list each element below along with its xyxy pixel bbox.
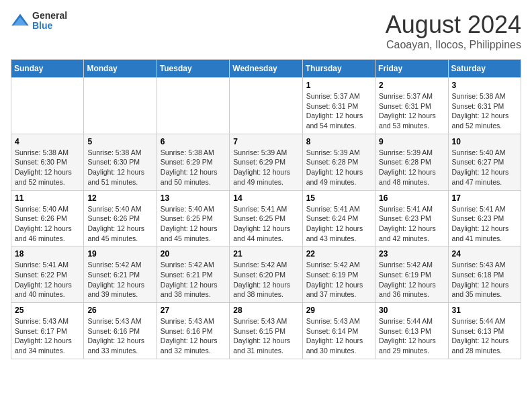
calendar-cell: 30Sunrise: 5:44 AMSunset: 6:13 PMDayligh… <box>375 303 448 359</box>
day-number: 23 <box>379 249 444 259</box>
calendar-subtitle: Caoayan, Ilocos, Philippines <box>386 39 521 51</box>
calendar-cell: 25Sunrise: 5:43 AMSunset: 6:17 PMDayligh… <box>11 303 84 359</box>
day-number: 18 <box>15 249 80 259</box>
day-number: 3 <box>452 81 517 90</box>
day-number: 31 <box>452 306 517 315</box>
day-info: Sunrise: 5:43 AMSunset: 6:16 PMDaylight:… <box>161 316 226 356</box>
day-info: Sunrise: 5:43 AMSunset: 6:18 PMDaylight:… <box>452 260 517 300</box>
calendar-cell: 16Sunrise: 5:41 AMSunset: 6:23 PMDayligh… <box>375 190 448 246</box>
day-number: 2 <box>379 81 444 90</box>
logo: General Blue <box>11 11 67 32</box>
day-info: Sunrise: 5:43 AMSunset: 6:15 PMDaylight:… <box>233 316 298 356</box>
calendar-cell: 10Sunrise: 5:40 AMSunset: 6:27 PMDayligh… <box>448 134 521 190</box>
logo-general: General <box>32 11 67 21</box>
calendar-cell: 15Sunrise: 5:41 AMSunset: 6:24 PMDayligh… <box>302 190 375 246</box>
day-number: 1 <box>306 81 371 90</box>
calendar-table: SundayMondayTuesdayWednesdayThursdayFrid… <box>11 59 521 359</box>
day-info: Sunrise: 5:38 AMSunset: 6:29 PMDaylight:… <box>161 148 226 187</box>
day-info: Sunrise: 5:40 AMSunset: 6:26 PMDaylight:… <box>87 204 152 244</box>
day-info: Sunrise: 5:39 AMSunset: 6:28 PMDaylight:… <box>306 148 371 187</box>
day-info: Sunrise: 5:42 AMSunset: 6:21 PMDaylight:… <box>87 260 152 300</box>
day-number: 10 <box>452 137 517 146</box>
calendar-cell: 22Sunrise: 5:42 AMSunset: 6:19 PMDayligh… <box>302 246 375 303</box>
day-info: Sunrise: 5:41 AMSunset: 6:22 PMDaylight:… <box>15 260 80 300</box>
day-info: Sunrise: 5:42 AMSunset: 6:19 PMDaylight:… <box>379 260 444 300</box>
day-info: Sunrise: 5:42 AMSunset: 6:19 PMDaylight:… <box>306 260 371 300</box>
day-number: 16 <box>379 193 444 203</box>
calendar-cell: 19Sunrise: 5:42 AMSunset: 6:21 PMDayligh… <box>84 246 157 303</box>
calendar-cell: 11Sunrise: 5:40 AMSunset: 6:26 PMDayligh… <box>11 190 84 246</box>
day-info: Sunrise: 5:38 AMSunset: 6:31 PMDaylight:… <box>452 91 517 131</box>
calendar-week-row: 4Sunrise: 5:38 AMSunset: 6:30 PMDaylight… <box>11 134 521 190</box>
calendar-week-row: 1Sunrise: 5:37 AMSunset: 6:31 PMDaylight… <box>11 78 521 134</box>
calendar-cell: 5Sunrise: 5:38 AMSunset: 6:30 PMDaylight… <box>84 134 157 190</box>
day-number: 4 <box>15 137 80 146</box>
page-header: General Blue August 2024 Caoayan, Ilocos… <box>11 11 521 51</box>
day-info: Sunrise: 5:39 AMSunset: 6:28 PMDaylight:… <box>379 148 444 187</box>
day-number: 15 <box>306 193 371 203</box>
calendar-cell: 21Sunrise: 5:42 AMSunset: 6:20 PMDayligh… <box>230 246 302 303</box>
day-info: Sunrise: 5:43 AMSunset: 6:14 PMDaylight:… <box>306 316 371 356</box>
day-number: 8 <box>306 137 371 146</box>
day-info: Sunrise: 5:44 AMSunset: 6:13 PMDaylight:… <box>452 316 517 356</box>
day-info: Sunrise: 5:41 AMSunset: 6:23 PMDaylight:… <box>452 204 517 244</box>
day-number: 30 <box>379 306 444 315</box>
calendar-cell: 20Sunrise: 5:42 AMSunset: 6:21 PMDayligh… <box>157 246 229 303</box>
day-info: Sunrise: 5:42 AMSunset: 6:21 PMDaylight:… <box>161 260 226 300</box>
day-info: Sunrise: 5:43 AMSunset: 6:16 PMDaylight:… <box>87 316 152 356</box>
calendar-cell: 4Sunrise: 5:38 AMSunset: 6:30 PMDaylight… <box>11 134 84 190</box>
calendar-cell: 12Sunrise: 5:40 AMSunset: 6:26 PMDayligh… <box>84 190 157 246</box>
day-number: 22 <box>306 249 371 259</box>
day-number: 28 <box>233 306 298 315</box>
weekday-header-tuesday: Tuesday <box>157 60 229 78</box>
calendar-cell <box>84 78 157 134</box>
day-number: 13 <box>161 193 226 203</box>
day-info: Sunrise: 5:44 AMSunset: 6:13 PMDaylight:… <box>379 316 444 356</box>
weekday-header-saturday: Saturday <box>448 60 521 78</box>
calendar-cell <box>157 78 229 134</box>
day-number: 20 <box>161 249 226 259</box>
day-info: Sunrise: 5:43 AMSunset: 6:17 PMDaylight:… <box>15 316 80 356</box>
day-info: Sunrise: 5:38 AMSunset: 6:30 PMDaylight:… <box>87 148 152 187</box>
weekday-header-monday: Monday <box>84 60 157 78</box>
calendar-cell: 3Sunrise: 5:38 AMSunset: 6:31 PMDaylight… <box>448 78 521 134</box>
calendar-cell: 23Sunrise: 5:42 AMSunset: 6:19 PMDayligh… <box>375 246 448 303</box>
day-number: 24 <box>452 249 517 259</box>
calendar-cell: 31Sunrise: 5:44 AMSunset: 6:13 PMDayligh… <box>448 303 521 359</box>
calendar-cell: 27Sunrise: 5:43 AMSunset: 6:16 PMDayligh… <box>157 303 229 359</box>
day-info: Sunrise: 5:41 AMSunset: 6:24 PMDaylight:… <box>306 204 371 244</box>
weekday-header-friday: Friday <box>375 60 448 78</box>
calendar-cell: 28Sunrise: 5:43 AMSunset: 6:15 PMDayligh… <box>230 303 302 359</box>
day-number: 6 <box>161 137 226 146</box>
day-number: 26 <box>87 306 152 315</box>
day-number: 7 <box>233 137 298 146</box>
day-number: 12 <box>87 193 152 203</box>
logo-blue: Blue <box>32 21 67 31</box>
day-info: Sunrise: 5:41 AMSunset: 6:25 PMDaylight:… <box>233 204 298 244</box>
calendar-cell: 8Sunrise: 5:39 AMSunset: 6:28 PMDaylight… <box>302 134 375 190</box>
day-number: 25 <box>15 306 80 315</box>
calendar-title: August 2024 <box>386 11 521 39</box>
calendar-cell <box>230 78 302 134</box>
day-number: 5 <box>87 137 152 146</box>
day-info: Sunrise: 5:40 AMSunset: 6:26 PMDaylight:… <box>15 204 80 244</box>
title-block: August 2024 Caoayan, Ilocos, Philippines <box>386 11 521 51</box>
calendar-cell: 7Sunrise: 5:39 AMSunset: 6:29 PMDaylight… <box>230 134 302 190</box>
day-info: Sunrise: 5:39 AMSunset: 6:29 PMDaylight:… <box>233 148 298 187</box>
calendar-cell: 26Sunrise: 5:43 AMSunset: 6:16 PMDayligh… <box>84 303 157 359</box>
day-info: Sunrise: 5:40 AMSunset: 6:25 PMDaylight:… <box>161 204 226 244</box>
calendar-week-row: 18Sunrise: 5:41 AMSunset: 6:22 PMDayligh… <box>11 246 521 303</box>
day-number: 11 <box>15 193 80 203</box>
calendar-cell: 17Sunrise: 5:41 AMSunset: 6:23 PMDayligh… <box>448 190 521 246</box>
day-info: Sunrise: 5:37 AMSunset: 6:31 PMDaylight:… <box>306 91 371 131</box>
day-number: 9 <box>379 137 444 146</box>
weekday-header-sunday: Sunday <box>11 60 84 78</box>
day-number: 29 <box>306 306 371 315</box>
calendar-cell: 24Sunrise: 5:43 AMSunset: 6:18 PMDayligh… <box>448 246 521 303</box>
calendar-cell <box>11 78 84 134</box>
calendar-cell: 14Sunrise: 5:41 AMSunset: 6:25 PMDayligh… <box>230 190 302 246</box>
calendar-cell: 1Sunrise: 5:37 AMSunset: 6:31 PMDaylight… <box>302 78 375 134</box>
day-number: 27 <box>161 306 226 315</box>
calendar-cell: 29Sunrise: 5:43 AMSunset: 6:14 PMDayligh… <box>302 303 375 359</box>
day-info: Sunrise: 5:40 AMSunset: 6:27 PMDaylight:… <box>452 148 517 187</box>
